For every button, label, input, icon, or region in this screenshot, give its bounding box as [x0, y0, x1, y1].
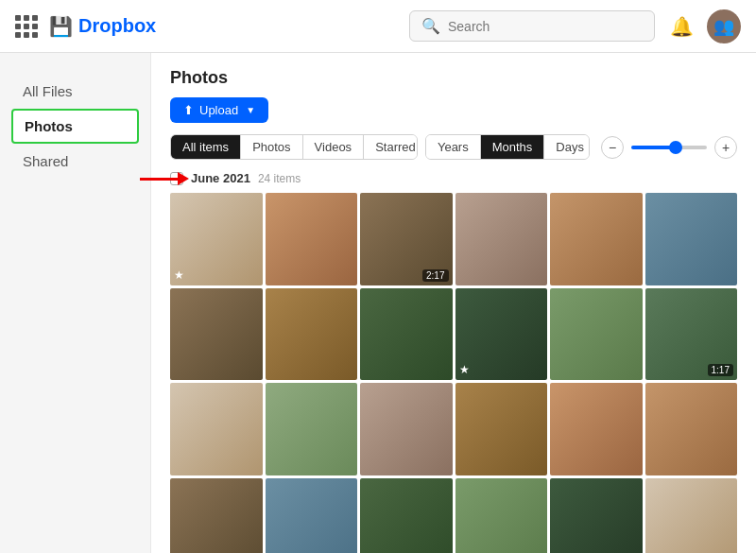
filter-tabs: All items Photos Videos Starred	[170, 134, 418, 160]
sidebar-item-shared[interactable]: Shared	[11, 146, 139, 177]
photo-cell[interactable]	[170, 288, 263, 381]
nav-icons: 🔔 👥	[670, 9, 741, 43]
photo-cell[interactable]: ★	[455, 288, 548, 381]
sidebar-item-photos[interactable]: Photos	[11, 109, 139, 144]
photo-cell[interactable]	[550, 193, 643, 285]
photo-cell[interactable]	[266, 383, 358, 475]
photo-cell[interactable]	[455, 193, 548, 285]
main-content: Photos ⬆ Upload ▼ All items Photos Video…	[151, 53, 756, 553]
photo-cell[interactable]	[645, 478, 738, 554]
tab-days[interactable]: Days	[544, 135, 590, 159]
photo-cell[interactable]	[455, 383, 548, 475]
photo-cell[interactable]	[266, 478, 358, 554]
filter-bar: All items Photos Videos Starred Years Mo…	[170, 134, 737, 160]
photo-cell[interactable]	[360, 288, 453, 381]
photo-cell[interactable]	[360, 383, 453, 475]
zoom-in-button[interactable]: +	[714, 136, 737, 159]
photo-cell[interactable]	[645, 383, 738, 475]
photo-cell[interactable]: 1:17	[645, 288, 738, 381]
photo-cell[interactable]	[550, 478, 643, 554]
starred-icon: ★	[174, 268, 184, 282]
logo[interactable]: 💾 Dropbox	[49, 15, 156, 38]
logo-text: Dropbox	[78, 15, 156, 37]
upload-icon: ⬆	[183, 103, 194, 117]
zoom-out-button[interactable]: −	[601, 136, 624, 159]
layout: All Files Photos Shared Photos ⬆ Upload …	[0, 53, 756, 553]
video-duration-badge: 2:17	[422, 269, 448, 282]
search-box[interactable]: 🔍	[409, 10, 655, 42]
photo-cell[interactable]: ★	[170, 193, 263, 285]
photo-grid: ★2:17★1:17	[170, 193, 737, 553]
photo-cell[interactable]	[170, 383, 263, 475]
section-header: June 2021 24 items	[170, 171, 737, 185]
zoom-slider[interactable]	[631, 146, 707, 149]
photo-cell[interactable]	[360, 478, 453, 554]
caret-icon: ▼	[246, 105, 255, 115]
photo-cell[interactable]	[645, 193, 738, 285]
photo-cell[interactable]	[266, 288, 358, 381]
tab-photos[interactable]: Photos	[241, 135, 302, 159]
sidebar: All Files Photos Shared	[0, 53, 151, 553]
section-title: June 2021	[191, 171, 250, 185]
sidebar-item-all-files[interactable]: All Files	[11, 76, 139, 107]
search-input[interactable]	[448, 19, 643, 34]
dropbox-logo-icon: 💾	[49, 15, 73, 38]
upload-button[interactable]: ⬆ Upload ▼	[170, 97, 268, 123]
arrow-line	[140, 178, 178, 181]
photo-cell[interactable]	[266, 193, 358, 285]
notifications-icon[interactable]: 🔔	[670, 15, 694, 38]
search-icon: 🔍	[421, 17, 440, 35]
arrow-indicator	[140, 172, 189, 185]
app-switcher-icon[interactable]	[15, 15, 38, 38]
arrow-head	[178, 172, 189, 185]
photo-cell[interactable]	[550, 288, 643, 381]
starred-icon: ★	[459, 363, 470, 376]
photo-cell[interactable]: 2:17	[360, 193, 453, 285]
tab-videos[interactable]: Videos	[303, 135, 365, 159]
video-duration-badge: 1:17	[708, 364, 733, 376]
photo-cell[interactable]	[170, 478, 263, 554]
upload-label: Upload	[199, 103, 238, 117]
zoom-controls: − +	[601, 136, 737, 159]
photo-cell[interactable]	[550, 383, 643, 475]
page-title: Photos	[170, 68, 737, 88]
tab-years[interactable]: Years	[426, 135, 481, 159]
tab-starred[interactable]: Starred	[364, 135, 418, 159]
time-filter-tabs: Years Months Days	[425, 134, 590, 160]
avatar[interactable]: 👥	[707, 9, 741, 43]
tab-months[interactable]: Months	[481, 135, 545, 159]
section-count: 24 items	[258, 172, 301, 185]
photo-cell[interactable]	[455, 478, 548, 554]
tab-all-items[interactable]: All items	[171, 135, 241, 159]
top-nav: 💾 Dropbox 🔍 🔔 👥	[0, 0, 756, 53]
